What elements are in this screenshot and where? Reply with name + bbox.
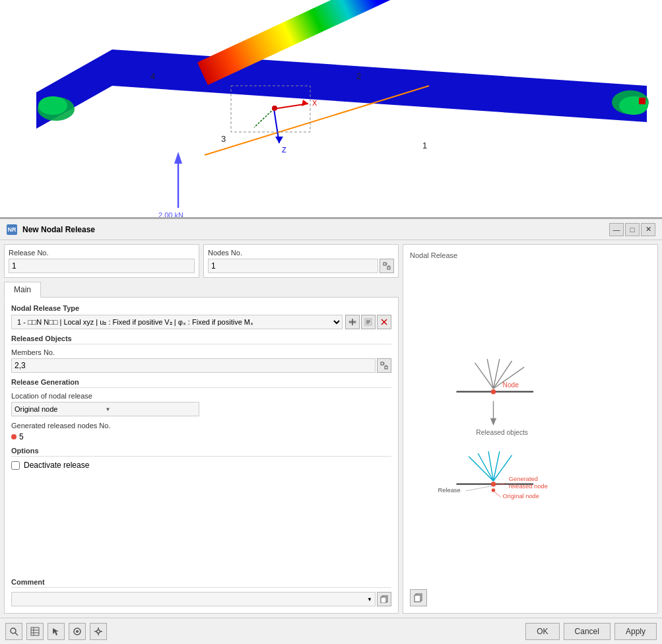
table-icon-btn[interactable] xyxy=(26,623,44,640)
nodal-release-type-row: 1 - □□N N□□ | Local xyz | u₂ : Fixed if … xyxy=(11,315,391,329)
svg-marker-52 xyxy=(490,418,496,426)
release-gen-row: Location of nodal release Original node … xyxy=(11,392,391,441)
generated-nodes-dot xyxy=(11,434,17,439)
spacer xyxy=(11,475,391,573)
svg-marker-73 xyxy=(53,628,59,635)
svg-point-67 xyxy=(11,628,16,633)
bottom-toolbar xyxy=(5,623,107,640)
release-gen-right xyxy=(203,392,391,441)
release-gen-left: Location of nodal release Original node … xyxy=(11,392,199,441)
diagram-copy-btn[interactable] xyxy=(410,589,427,606)
close-button[interactable]: ✕ xyxy=(641,223,655,236)
right-panel-bottom xyxy=(410,587,651,606)
nodal-release-type-label: Nodal Release Type xyxy=(11,304,391,312)
nodes-no-label: Nodes No. xyxy=(208,249,394,257)
nodal-release-type-section: Nodal Release Type 1 - □□N N□□ | Local x… xyxy=(11,304,391,329)
generated-nodes-label: Generated released nodes No. xyxy=(11,422,199,430)
deactivate-checkbox[interactable] xyxy=(11,461,20,470)
svg-rect-26 xyxy=(387,267,390,269)
dialog-left-panel: Release No. Nodes No. Main xyxy=(4,244,399,614)
tab-content-main: Nodal Release Type 1 - □□N N□□ | Local x… xyxy=(4,297,399,614)
members-no-label: Members No. xyxy=(11,348,391,356)
edit-type-btn[interactable] xyxy=(361,315,376,329)
delete-type-btn[interactable] xyxy=(377,315,391,329)
svg-rect-69 xyxy=(31,628,39,635)
viewport-canvas: 4 2 3 1 X Z 2.00 kN xyxy=(0,0,662,217)
release-label-diagram: Release xyxy=(438,487,461,494)
tabs-container: Main Nodal Release Type 1 - □□N N□□ | Lo… xyxy=(4,282,399,614)
nodal-release-diagram-title: Nodal Release xyxy=(410,251,651,259)
cursor-icon-btn[interactable] xyxy=(48,623,65,640)
ok-button[interactable]: OK xyxy=(525,623,559,640)
release-no-label: Release No. xyxy=(9,249,195,257)
bottom-bar: OK Cancel Apply xyxy=(0,618,662,644)
svg-point-75 xyxy=(76,630,79,633)
options-label: Options xyxy=(11,447,391,457)
svg-point-50 xyxy=(491,389,496,394)
nodal-release-diagram: Node Released objects xyxy=(410,265,651,587)
comment-copy-btn[interactable] xyxy=(377,592,391,606)
location-arrow: ▼ xyxy=(106,406,197,412)
nodes-no-section: Nodes No. xyxy=(203,244,399,278)
svg-line-64 xyxy=(494,492,500,497)
svg-rect-38 xyxy=(381,362,383,365)
svg-text:1: 1 xyxy=(422,141,427,150)
svg-rect-39 xyxy=(385,366,387,369)
nodal-release-type-select[interactable]: 1 - □□N N□□ | Local xyz | u₂ : Fixed if … xyxy=(11,315,343,329)
svg-point-60 xyxy=(492,488,496,492)
search-icon-btn[interactable] xyxy=(5,623,22,640)
location-select[interactable]: Original node ▼ xyxy=(11,402,199,416)
released-objects-label: Released Objects xyxy=(11,335,391,344)
svg-line-61 xyxy=(466,486,492,490)
svg-rect-66 xyxy=(414,595,420,602)
svg-text:2.00 kN: 2.00 kN xyxy=(158,211,183,218)
maximize-button[interactable]: □ xyxy=(625,223,640,236)
members-no-row xyxy=(11,358,391,373)
svg-text:Z: Z xyxy=(282,146,286,154)
release-no-input[interactable] xyxy=(9,259,195,273)
location-value: Original node xyxy=(15,405,106,413)
svg-point-24 xyxy=(272,106,277,111)
svg-text:3: 3 xyxy=(221,134,226,144)
comment-select[interactable]: ▼ xyxy=(11,592,376,606)
svg-rect-6 xyxy=(639,98,645,104)
type-icon-buttons xyxy=(345,315,391,329)
tab-main[interactable]: Main xyxy=(4,282,41,298)
comment-arrow: ▼ xyxy=(367,596,372,602)
dialog-body: Release No. Nodes No. Main xyxy=(0,240,662,618)
comment-label: Comment xyxy=(11,578,391,588)
released-objects-section: Released Objects Members No. xyxy=(11,335,391,373)
svg-text:2: 2 xyxy=(356,71,361,81)
viewport-3d: 4 2 3 1 X Z 2.00 kN xyxy=(0,0,662,218)
dialog-icon: NR xyxy=(7,224,17,235)
apply-button[interactable]: Apply xyxy=(614,623,657,640)
deactivate-label[interactable]: Deactivate release xyxy=(24,461,89,470)
tabs-bar: Main xyxy=(4,282,399,297)
generated-nodes-row: 5 xyxy=(11,432,199,441)
minimize-button[interactable]: — xyxy=(609,223,624,236)
dialog-title: New Nodal Release xyxy=(22,225,604,234)
settings-icon-btn[interactable] xyxy=(90,623,107,640)
node-label: Node xyxy=(503,381,519,389)
generated-nodes-section: Generated released nodes No. 5 xyxy=(11,422,199,441)
comment-input-row: ▼ xyxy=(11,592,391,606)
top-fields-row: Release No. Nodes No. xyxy=(4,244,399,278)
svg-line-68 xyxy=(15,633,18,635)
release-generation-label: Release Generation xyxy=(11,378,391,388)
svg-point-3 xyxy=(38,96,67,115)
members-no-input[interactable] xyxy=(11,358,376,373)
dialog-controls: — □ ✕ xyxy=(609,223,655,236)
nodes-no-input[interactable] xyxy=(208,259,378,273)
options-section: Options Deactivate release xyxy=(11,447,391,470)
view-icon-btn[interactable] xyxy=(69,623,86,640)
nodes-no-pick-btn[interactable] xyxy=(380,259,394,273)
add-type-btn[interactable] xyxy=(345,315,360,329)
deactivate-row: Deactivate release xyxy=(11,461,391,470)
members-no-pick-btn[interactable] xyxy=(377,358,391,373)
cancel-button[interactable]: Cancel xyxy=(564,623,611,640)
nodes-no-input-row xyxy=(208,259,394,273)
comment-section: Comment ▼ xyxy=(11,578,391,606)
dialog-action-buttons: OK Cancel Apply xyxy=(525,623,657,640)
svg-rect-43 xyxy=(381,597,386,603)
dialog-right-panel: Nodal Release Node xyxy=(403,244,658,614)
